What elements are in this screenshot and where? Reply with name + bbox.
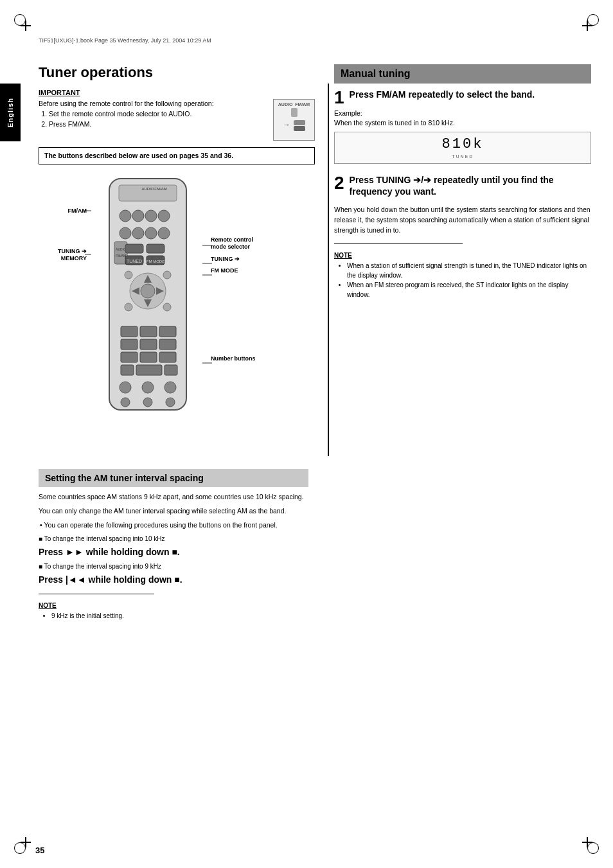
svg-rect-37 [121, 352, 138, 362]
svg-point-28 [163, 271, 171, 279]
svg-rect-16 [147, 244, 164, 253]
svg-point-29 [125, 303, 132, 311]
note-item-2: When an FM stereo program is received, t… [347, 280, 591, 299]
svg-rect-40 [121, 365, 134, 375]
label-fm-mode: FM MODE [211, 267, 275, 274]
crosshair-tl [19, 19, 32, 32]
note-item-1: When a station of sufficient signal stre… [347, 261, 591, 280]
svg-point-6 [145, 210, 157, 222]
line-number-buttons [202, 359, 214, 367]
svg-rect-39 [159, 352, 176, 362]
crosshair-tr [581, 19, 594, 32]
svg-point-27 [125, 271, 132, 279]
svg-point-8 [120, 227, 131, 239]
remote-diagram-container: AUDIO FM/AM AUDIO FM/AM TUNED FM MODE [39, 172, 283, 423]
svg-point-47 [143, 398, 152, 407]
svg-point-4 [120, 210, 131, 222]
svg-rect-41 [136, 365, 162, 375]
display-value: 810k [442, 136, 484, 152]
left-column: Tuner operations IMPORTANT Before using … [39, 64, 315, 423]
am-tuner-body2: You can only change the AM tuner interva… [39, 506, 308, 517]
step1-example-label: Example: [334, 109, 591, 117]
important-label: IMPORTANT [39, 89, 315, 96]
language-label: English [6, 98, 14, 128]
note-label-right: NOTE [334, 252, 591, 259]
label-tuning-plus: TUNING ➔ [211, 256, 275, 262]
svg-point-10 [145, 227, 157, 239]
important-text: Before using the remote control for the … [39, 99, 267, 129]
svg-rect-42 [164, 365, 177, 375]
line-fm-mode [202, 271, 214, 279]
svg-text:AUDIO: AUDIO [116, 247, 126, 251]
notice-box: The buttons described below are used on … [39, 147, 315, 164]
language-tab: English [0, 84, 21, 141]
display-sub: TUNED [342, 154, 583, 159]
step1-example-text: When the system is tuned in to 810 kHz. [334, 119, 591, 127]
svg-point-43 [120, 382, 131, 393]
am-tuner-title: Setting the AM tuner interval spacing [39, 469, 308, 487]
file-info: TIF51[UXUG]-1.book Page 35 Wednesday, Ju… [39, 37, 211, 44]
remote-svg: AUDIO FM/AM AUDIO FM/AM TUNED FM MODE [90, 172, 206, 416]
step1-number: 1 [334, 89, 344, 107]
press-10: Press ►► while holding down ■. [39, 546, 308, 559]
svg-point-9 [132, 227, 144, 239]
step2-number: 2 [334, 174, 344, 192]
important-section: IMPORTANT Before using the remote contro… [39, 89, 315, 141]
interval-10-label: To change the interval spacing into 10 k… [39, 535, 308, 542]
svg-rect-33 [159, 326, 176, 337]
svg-point-5 [132, 210, 144, 222]
svg-text:FM MODE: FM MODE [147, 260, 164, 263]
svg-rect-15 [125, 244, 143, 253]
page-number: 35 [35, 846, 44, 855]
important-step-1: Set the remote control mode selector to … [49, 109, 267, 120]
step2-heading: Press TUNING ➔/➔ repeatedly until you fi… [350, 174, 591, 197]
svg-point-45 [164, 382, 176, 393]
am-tuner-section: Setting the AM tuner interval spacing So… [39, 469, 308, 621]
am-tuner-bullet1: • You can operate the following procedur… [39, 520, 308, 531]
important-intro: Before using the remote control for the … [39, 99, 267, 109]
svg-rect-36 [159, 339, 176, 350]
label-remote-control: Remote controlmode selector [211, 236, 275, 251]
svg-point-30 [163, 303, 171, 311]
step2-body: When you hold down the button until the … [334, 205, 591, 235]
line-fm-am [39, 204, 93, 217]
svg-point-11 [158, 227, 170, 239]
note-divider-right [334, 244, 463, 244]
svg-text:FM/AM: FM/AM [116, 254, 126, 258]
svg-point-48 [166, 398, 175, 407]
svg-text:FM/AM: FM/AM [154, 187, 166, 191]
manual-tuning-title: Manual tuning [334, 64, 591, 84]
important-step-2: Press FM/AM. [49, 120, 267, 130]
svg-rect-31 [121, 326, 138, 337]
page-title: Tuner operations [39, 64, 315, 81]
column-divider [328, 84, 329, 456]
note-label-am: NOTE [39, 602, 308, 609]
svg-point-7 [158, 210, 170, 222]
step1-container: 1 Press FM/AM repeatedly to select the b… [334, 89, 591, 164]
svg-rect-34 [121, 339, 138, 350]
svg-point-46 [121, 398, 130, 407]
line-tuning-plus [202, 260, 214, 267]
svg-point-44 [142, 382, 154, 393]
small-remote-diagram: AUDIO FM/AM → [273, 99, 315, 141]
note-list-right: When a station of sufficient signal stre… [334, 261, 591, 299]
svg-rect-35 [140, 339, 157, 350]
note-divider [39, 594, 154, 594]
line-tuning-memory [39, 251, 93, 258]
line-remote-control [202, 242, 214, 249]
svg-point-22 [141, 284, 155, 298]
note-item-am: 9 kHz is the initial setting. [51, 611, 308, 621]
am-tuner-body1: Some countries space AM stations 9 kHz a… [39, 492, 308, 502]
crosshair-br [581, 836, 594, 849]
svg-rect-32 [140, 326, 157, 337]
right-column: Manual tuning 1 Press FM/AM repeatedly t… [334, 64, 591, 299]
svg-text:AUDIO: AUDIO [141, 187, 154, 191]
step1-heading: Press FM/AM repeatedly to select the ban… [350, 89, 535, 100]
display-box: 810k TUNED [334, 132, 591, 164]
step2-container: 2 Press TUNING ➔/➔ repeatedly until you … [334, 174, 591, 236]
interval-9-label: To change the interval spacing into 9 kH… [39, 563, 308, 570]
label-number-buttons: Number buttons [211, 355, 275, 362]
press-9: Press |◄◄ while holding down ■. [39, 574, 308, 587]
important-content: Before using the remote control for the … [39, 99, 315, 141]
svg-text:TUNED: TUNED [127, 259, 142, 263]
